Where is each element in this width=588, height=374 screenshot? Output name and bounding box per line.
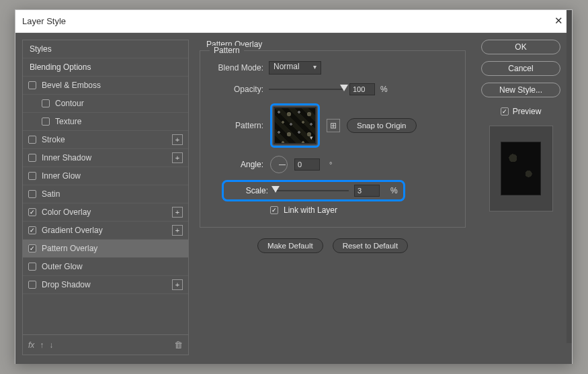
checkbox-icon[interactable] [28,208,36,216]
blending-options[interactable]: Blending Options [23,58,188,77]
checkbox-icon[interactable] [28,263,36,271]
layer-style-dialog: Layer Style ✕ Styles Blending Options Be… [15,9,573,364]
item-outer-glow[interactable]: Outer Glow [23,258,188,276]
settings-panel: Pattern Overlay Pattern Blend Mode: Norm… [194,40,471,357]
pattern-highlight: ▾ [270,103,320,148]
checkbox-icon[interactable] [28,172,36,180]
item-color-overlay[interactable]: Color Overlay + [23,203,188,222]
scale-highlight: Scale: % [222,180,405,201]
scale-label: Scale: [229,186,268,195]
opacity-label: Opacity: [210,85,263,94]
checkbox-icon[interactable] [28,136,36,144]
item-contour[interactable]: Contour [23,95,188,113]
scale-unit: % [390,186,398,195]
cancel-button[interactable]: Cancel [481,61,560,76]
checkbox-icon[interactable] [28,281,36,289]
snap-to-origin-button[interactable]: Snap to Origin [347,118,417,133]
make-default-button[interactable]: Make Default [257,238,323,253]
close-icon[interactable]: ✕ [552,15,565,28]
dialog-title: Layer Style [22,16,66,26]
sidebar-footer: fx ↑ ↓ 🗑 [23,334,188,355]
trash-icon[interactable]: 🗑 [174,340,183,350]
fieldset-legend: Pattern [210,46,244,55]
move-down-icon[interactable]: ↓ [49,340,53,350]
new-pattern-icon[interactable]: ⊞ [327,119,340,132]
opacity-row: Opacity: % [210,82,456,97]
pattern-row: Pattern: ▾ ⊞ Snap to Origin [210,103,456,148]
checkbox-icon[interactable] [28,81,36,89]
pattern-swatch[interactable]: ▾ [274,107,317,144]
checkbox-icon[interactable] [28,190,36,198]
blend-mode-row: Blend Mode: Normal [210,60,456,75]
preview-checkbox[interactable] [501,107,509,115]
right-panel: OK Cancel New Style... Preview [476,40,565,357]
checkbox-icon[interactable] [28,244,36,252]
ok-button[interactable]: OK [481,40,560,54]
item-stroke[interactable]: Stroke + [23,131,188,149]
blend-mode-select[interactable]: Normal [269,61,321,75]
link-with-layer-row: Link with Layer [270,205,456,215]
move-up-icon[interactable]: ↑ [40,340,44,350]
add-icon[interactable]: + [172,279,183,290]
add-icon[interactable]: + [172,152,183,163]
link-checkbox[interactable] [270,206,278,214]
item-pattern-overlay[interactable]: Pattern Overlay [23,240,188,258]
defaults-row: Make Default Reset to Default [194,238,471,253]
preview-label: Preview [513,107,542,116]
preview-thumbnail [501,142,541,195]
preview-box [489,126,553,212]
fx-menu-icon[interactable]: fx [28,340,34,350]
preview-toggle-row: Preview [501,107,542,116]
pattern-fieldset: Pattern Blend Mode: Normal Opacity: % Pa… [200,50,466,228]
styles-header[interactable]: Styles [23,40,188,58]
item-texture[interactable]: Texture [23,113,188,131]
styles-sidebar: Styles Blending Options Bevel & Emboss C… [22,40,189,355]
item-satin[interactable]: Satin [23,185,188,203]
add-icon[interactable]: + [172,134,183,145]
link-label: Link with Layer [284,205,337,215]
item-inner-glow[interactable]: Inner Glow [23,167,188,185]
checkbox-icon[interactable] [42,118,50,126]
add-icon[interactable]: + [172,207,183,218]
checkbox-icon[interactable] [28,226,36,234]
new-style-button[interactable]: New Style... [481,83,560,97]
item-bevel-emboss[interactable]: Bevel & Emboss [23,77,188,95]
titlebar: Layer Style ✕ [15,10,572,33]
reset-default-button[interactable]: Reset to Default [333,238,408,253]
scrollbar[interactable] [566,10,572,343]
item-gradient-overlay[interactable]: Gradient Overlay + [23,222,188,240]
scale-slider[interactable] [274,186,349,195]
panel-title: Pattern Overlay [206,40,471,49]
angle-unit: ° [329,160,332,169]
add-icon[interactable]: + [172,225,183,236]
angle-label: Angle: [210,160,263,169]
item-inner-shadow[interactable]: Inner Shadow + [23,149,188,167]
chevron-down-icon[interactable]: ▾ [310,134,313,141]
angle-input[interactable] [294,158,320,171]
blend-mode-label: Blend Mode: [210,63,263,73]
pattern-label: Pattern: [210,121,263,130]
opacity-unit: % [380,85,388,94]
scale-input[interactable] [354,185,380,197]
angle-dial[interactable] [270,156,288,173]
checkbox-icon[interactable] [28,154,36,162]
checkbox-icon[interactable] [42,99,50,107]
item-drop-shadow[interactable]: Drop Shadow + [23,276,188,294]
opacity-input[interactable] [349,83,375,95]
opacity-slider[interactable] [269,85,344,94]
angle-row: Angle: ° [210,156,456,173]
